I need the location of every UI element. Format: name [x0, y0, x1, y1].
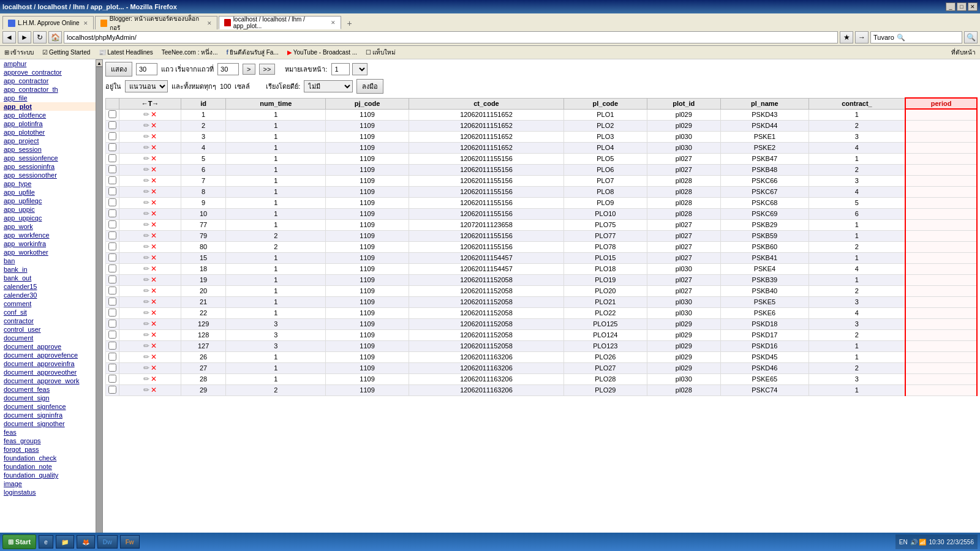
row-checkbox-17[interactable] — [106, 296, 119, 307]
row-checkbox-13[interactable] — [106, 252, 119, 263]
sidebar-item-app-sessionfence[interactable]: app_sessionfence — [0, 154, 96, 162]
edit-icon-1[interactable]: ✏ — [143, 121, 149, 130]
sidebar-item-document-signfence[interactable]: document_signfence — [0, 402, 96, 411]
row-checkbox-16[interactable] — [106, 285, 119, 296]
row-checkbox-20[interactable] — [106, 329, 119, 340]
maximize-button[interactable]: □ — [957, 2, 967, 11]
sidebar-item-amphur[interactable]: amphur — [0, 59, 96, 68]
sidebar-item-app-sessioninfra[interactable]: app_sessioninfra — [0, 162, 96, 171]
sidebar-item-app-contractor-th[interactable]: app_contractor_th — [0, 85, 96, 94]
bookmark-login[interactable]: ⊞ เข้าระบบ — [2, 47, 36, 58]
sidebar-item-app-session[interactable]: app_session — [0, 145, 96, 154]
edit-icon-21[interactable]: ✏ — [143, 342, 149, 350]
edit-icon-25[interactable]: ✏ — [143, 386, 149, 394]
delete-icon-11[interactable]: ✕ — [151, 231, 157, 240]
sidebar-item-document-feas[interactable]: document_feas — [0, 385, 96, 394]
row-checkbox-19[interactable] — [106, 318, 119, 329]
row-actions-9[interactable]: ✏ ✕ — [119, 208, 181, 219]
row-actions-18[interactable]: ✏ ✕ — [119, 307, 181, 318]
delete-icon-20[interactable]: ✕ — [151, 331, 157, 339]
bookmark-start[interactable]: ☑ Getting Started — [40, 48, 92, 56]
row-actions-15[interactable]: ✏ ✕ — [119, 274, 181, 285]
delete-icon-23[interactable]: ✕ — [151, 364, 157, 372]
close-button[interactable]: ✕ — [968, 2, 978, 11]
page-input[interactable] — [331, 63, 350, 75]
row-actions-21[interactable]: ✏ ✕ — [119, 340, 181, 351]
row-actions-25[interactable]: ✏ ✕ — [119, 384, 181, 395]
scroll-thumb[interactable] — [96, 67, 103, 542]
row-actions-20[interactable]: ✏ ✕ — [119, 329, 181, 340]
scroll-up-arrow[interactable]: ▲ — [96, 59, 103, 67]
row-actions-14[interactable]: ✏ ✕ — [119, 263, 181, 274]
edit-icon-16[interactable]: ✏ — [143, 287, 149, 295]
sidebar-item-foundation-quality[interactable]: foundation_quality — [0, 471, 96, 479]
edit-icon-11[interactable]: ✏ — [143, 231, 149, 240]
row-checkbox-23[interactable] — [106, 362, 119, 373]
row-checkbox-14[interactable] — [106, 263, 119, 274]
sidebar-item-app-workinfra[interactable]: app_workinfra — [0, 239, 96, 248]
taskbar-item-explorer[interactable]: 📁 — [56, 535, 74, 549]
row-actions-6[interactable]: ✏ ✕ — [119, 175, 181, 186]
tab-2[interactable]: Blogger: หน้าแดชบอร์ดของบล็อกกอรั ✕ — [95, 16, 217, 29]
delete-icon-9[interactable]: ✕ — [151, 209, 157, 218]
col-ct-code[interactable]: ct_code — [409, 98, 564, 109]
edit-icon-20[interactable]: ✏ — [143, 331, 149, 339]
sidebar-item-contractor[interactable]: contractor — [0, 317, 96, 325]
row-actions-22[interactable]: ✏ ✕ — [119, 351, 181, 362]
sidebar-item-document-sign[interactable]: document_sign — [0, 394, 96, 402]
bookmark-facebook[interactable]: f ยินดีต้อนรับสู่ Fa... — [225, 47, 281, 58]
sidebar-item-document-approve[interactable]: document_approve — [0, 342, 96, 351]
delete-icon-17[interactable]: ✕ — [151, 298, 157, 306]
sidebar-item-foundation-note[interactable]: foundation_note — [0, 462, 96, 471]
sidebar-item-control-user[interactable]: control_user — [0, 325, 96, 334]
sidebar-item-app-plotother[interactable]: app_plotother — [0, 128, 96, 137]
bookmark-headlines[interactable]: 📰 Latest Headlines — [97, 48, 155, 56]
row-actions-0[interactable]: ✏ ✕ — [119, 109, 181, 120]
delete-icon-7[interactable]: ✕ — [151, 187, 157, 196]
sidebar-item-app-contractor[interactable]: app_contractor — [0, 77, 96, 85]
sidebar-item-image[interactable]: image — [0, 479, 96, 488]
tab-2-close[interactable]: ✕ — [207, 20, 212, 26]
start-button[interactable]: ⊞ Start — [2, 534, 36, 549]
taskbar-item-fw[interactable]: Fw — [120, 535, 140, 549]
sidebar-item-document-approveinfra[interactable]: document_approveinfra — [0, 359, 96, 368]
row-checkbox-22[interactable] — [106, 351, 119, 362]
sidebar-item-app-uppic[interactable]: app_uppic — [0, 205, 96, 214]
rows-input[interactable] — [136, 63, 157, 75]
reload-button[interactable]: ↻ — [33, 31, 47, 43]
sidebar-item-document-signother[interactable]: document_signother — [0, 419, 96, 428]
row-checkbox-5[interactable] — [106, 164, 119, 175]
delete-icon-16[interactable]: ✕ — [151, 287, 157, 295]
row-checkbox-8[interactable] — [106, 197, 119, 208]
bookmark-teenie[interactable]: TeeNee.com : หนึ่ง... — [160, 47, 220, 58]
row-checkbox-11[interactable] — [106, 230, 119, 241]
edit-icon-17[interactable]: ✏ — [143, 298, 149, 306]
row-checkbox-12[interactable] — [106, 241, 119, 252]
edit-icon-13[interactable]: ✏ — [143, 253, 149, 262]
sidebar-scrollbar[interactable]: ▲ ▼ — [96, 59, 103, 550]
next-all-button[interactable]: >> — [259, 64, 276, 75]
row-actions-24[interactable]: ✏ ✕ — [119, 373, 181, 384]
row-checkbox-1[interactable] — [106, 120, 119, 131]
edit-icon-6[interactable]: ✏ — [143, 176, 149, 185]
delete-icon-22[interactable]: ✕ — [151, 353, 157, 361]
col-pl-code[interactable]: pl_code — [564, 98, 647, 109]
row-actions-2[interactable]: ✏ ✕ — [119, 131, 181, 142]
sidebar-item-app-type[interactable]: app_type — [0, 179, 96, 188]
delete-icon-2[interactable]: ✕ — [151, 132, 157, 141]
row-checkbox-3[interactable] — [106, 142, 119, 153]
delete-icon-21[interactable]: ✕ — [151, 342, 157, 350]
row-actions-1[interactable]: ✏ ✕ — [119, 120, 181, 131]
delete-icon-0[interactable]: ✕ — [151, 110, 157, 119]
sidebar-item-ban[interactable]: ban — [0, 257, 96, 265]
sidebar-item-app-workother[interactable]: app_workother — [0, 248, 96, 257]
row-checkbox-0[interactable] — [106, 109, 119, 120]
delete-icon-8[interactable]: ✕ — [151, 198, 157, 207]
row-checkbox-4[interactable] — [106, 153, 119, 164]
search-button[interactable]: 🔍 — [964, 31, 978, 43]
home-button[interactable]: 🏠 — [48, 31, 62, 43]
nav-go-button[interactable]: → — [855, 31, 869, 43]
row-checkbox-2[interactable] — [106, 131, 119, 142]
bookmark-youtube[interactable]: ▶ YouTube - Broadcast ... — [285, 48, 359, 56]
col-num-time[interactable]: num_time — [226, 98, 326, 109]
